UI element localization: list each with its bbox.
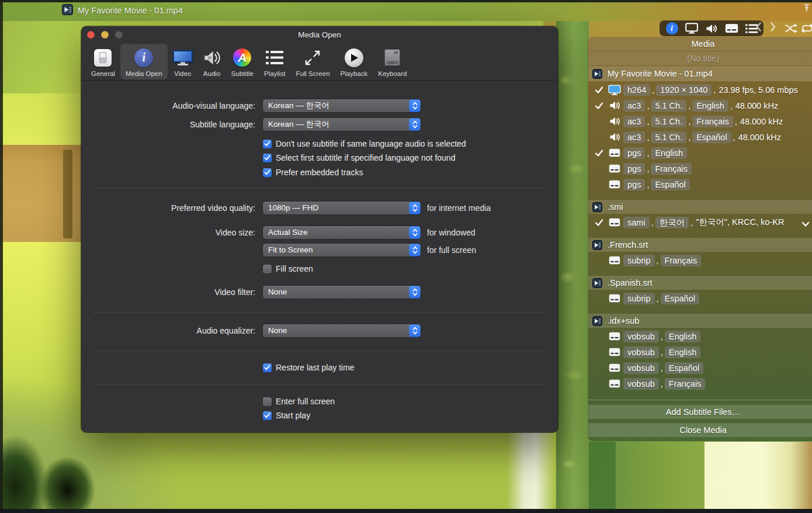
tab-playback[interactable]: Playback xyxy=(335,44,373,79)
video-filter-select[interactable]: None xyxy=(263,286,421,299)
movie-file-icon xyxy=(592,202,602,212)
track-row[interactable]: vobsub,Français xyxy=(588,376,812,391)
tab-subtitle[interactable]: A Subtitle xyxy=(226,44,259,79)
previous-chevron-icon[interactable] xyxy=(755,22,762,34)
media-panel-sections: My Favorite Movie - 01.mp4h264,1920 × 10… xyxy=(588,66,812,391)
track-row[interactable]: vobsub,English xyxy=(588,344,812,360)
track-detail: 48.000 kHz xyxy=(738,133,781,142)
preferences-titlebar[interactable]: Media Open xyxy=(81,26,558,44)
checkbox-restore-last-play-time[interactable]: Restore last play time xyxy=(263,363,355,372)
track-row[interactable]: subrip,Español xyxy=(588,290,812,306)
track-tag: English xyxy=(665,346,701,358)
tab-audio[interactable]: Audio xyxy=(198,44,226,79)
stepper-icon xyxy=(409,99,421,112)
form-row-subtitle-language: Subtitle language: Korean — 한국어 xyxy=(81,118,558,131)
track-row[interactable]: subrip,Français xyxy=(588,252,812,268)
track-row[interactable]: vobsub,English xyxy=(588,328,812,344)
stepper-icon xyxy=(409,286,421,299)
track-tag: Français xyxy=(665,378,706,390)
play-circle-icon xyxy=(345,48,363,67)
media-title-row: (No title) xyxy=(588,51,812,65)
form-row-audio-equalizer: Audio equalizer: None xyxy=(81,324,558,337)
tab-full-screen[interactable]: Full Screen xyxy=(290,44,335,79)
media-file-row[interactable]: .Spanish.srt xyxy=(588,276,812,290)
section-gap xyxy=(588,268,812,276)
audio-visual-language-select[interactable]: Korean — 한국어 xyxy=(263,99,421,112)
panel-header: Media xyxy=(588,37,812,51)
checkbox xyxy=(263,154,272,162)
track-row[interactable]: ac3,5.1 Ch.,Français,48.000 kHz xyxy=(588,113,812,129)
preferences-window: Media Open General i Media Open Video Au… xyxy=(81,26,558,432)
cc-icon xyxy=(606,332,623,341)
track-row[interactable]: sami,한국어,"한국어", KRCC, ko-KR xyxy=(588,214,812,230)
track-row[interactable]: h264,1920 × 1040,23.98 fps, 5.06 mbps xyxy=(588,82,812,98)
stepper-icon xyxy=(409,226,421,239)
media-file-row[interactable]: .idx+sub xyxy=(588,314,812,328)
subtitle-language-select[interactable]: Korean — 한국어 xyxy=(263,118,421,131)
checkbox xyxy=(263,363,272,372)
track-tag: ac3 xyxy=(623,131,645,143)
subtitle-cc-icon[interactable] xyxy=(724,22,738,36)
tab-keyboard[interactable]: alt option Keyboard xyxy=(373,44,412,79)
track-row[interactable]: pgs,Français xyxy=(588,161,812,176)
panel-header-label: Media xyxy=(692,39,715,48)
preferences-toolbar: General i Media Open Video Audio A Subti… xyxy=(81,44,558,81)
add-subtitle-files-button[interactable]: Add Subtitle Files… xyxy=(588,405,812,419)
player-titlebar: My Favorite Movie - 01.mp4 xyxy=(62,4,183,17)
track-tag: English xyxy=(651,147,687,159)
checkbox-fill-screen[interactable]: Fill screen xyxy=(263,264,313,273)
section-gap xyxy=(588,192,812,200)
audio-equalizer-select[interactable]: None xyxy=(263,324,421,337)
track-tag: ac3 xyxy=(623,100,645,112)
form-row-video-size-windowed: Video size: Actual Size for windowed xyxy=(81,226,558,239)
speaker-icon[interactable] xyxy=(705,22,719,36)
preferred-video-quality-select[interactable]: 1080p — FHD xyxy=(263,202,421,214)
chevron-down-icon[interactable] xyxy=(801,220,810,229)
display-icon[interactable] xyxy=(685,22,699,36)
close-media-button[interactable]: Close Media xyxy=(588,423,812,437)
fullscreen-arrows-icon xyxy=(304,47,321,68)
track-tag: pgs xyxy=(623,147,645,159)
track-tag: Español xyxy=(651,179,689,190)
track-row[interactable]: pgs,English xyxy=(588,145,812,161)
field-label: Audio equalizer: xyxy=(86,324,255,337)
video-size-windowed-select[interactable]: Actual Size xyxy=(263,226,421,239)
track-detail: "한국어", KRCC, ko-KR xyxy=(696,217,784,228)
speaker-icon xyxy=(606,132,623,142)
checkbox-enter-full-screen[interactable]: Enter full screen xyxy=(263,397,335,406)
video-size-fullscreen-select[interactable]: Fit to Screen xyxy=(263,244,421,256)
panel-divider xyxy=(588,400,812,400)
file-name: .Spanish.srt xyxy=(608,278,653,287)
shuffle-icon[interactable] xyxy=(785,23,800,36)
field-label: Preferred video quality: xyxy=(86,202,255,214)
next-chevron-icon[interactable] xyxy=(770,22,776,34)
checkbox-start-play[interactable]: Start play xyxy=(263,411,310,420)
checkbox-select-first-subtitle[interactable]: Select first subtitle if specified langu… xyxy=(263,153,455,162)
track-tag: Español xyxy=(692,131,731,143)
pin-icon[interactable]: Ŧ xyxy=(804,3,810,13)
track-row[interactable]: ac3,5.1 Ch.,English,48.000 kHz xyxy=(588,98,812,113)
info-icon[interactable]: i xyxy=(665,22,679,36)
field-note: for internet media xyxy=(427,202,491,214)
track-tag: 5.1 Ch. xyxy=(651,131,686,143)
tab-general[interactable]: General xyxy=(86,44,120,79)
file-name: .smi xyxy=(608,202,623,212)
checkbox-dont-use-subtitle[interactable]: Don't use subtitle if same language audi… xyxy=(263,139,466,148)
section-gap xyxy=(588,306,812,314)
media-file-row[interactable]: .smi xyxy=(588,200,812,214)
tab-video[interactable]: Video xyxy=(168,44,198,79)
media-file-row[interactable]: .French.srt xyxy=(588,238,812,252)
media-file-row[interactable]: My Favorite Movie - 01.mp4 xyxy=(588,66,812,81)
movie-file-icon xyxy=(62,4,73,17)
tab-playlist[interactable]: Playlist xyxy=(259,44,290,79)
track-row[interactable]: ac3,5.1 Ch.,Español,48.000 kHz xyxy=(588,129,812,145)
cc-icon xyxy=(606,180,623,189)
checkbox-prefer-embedded-tracks[interactable]: Prefer embedded tracks xyxy=(263,168,363,177)
track-detail: 48.000 kHz xyxy=(735,101,778,110)
track-row[interactable]: pgs,Español xyxy=(588,176,812,192)
track-row[interactable]: vobsub,Español xyxy=(588,360,812,376)
tab-media-open[interactable]: i Media Open xyxy=(120,44,168,79)
repeat-icon[interactable] xyxy=(800,23,812,36)
track-tag: pgs xyxy=(623,179,645,190)
field-label: Video size: xyxy=(86,226,255,239)
